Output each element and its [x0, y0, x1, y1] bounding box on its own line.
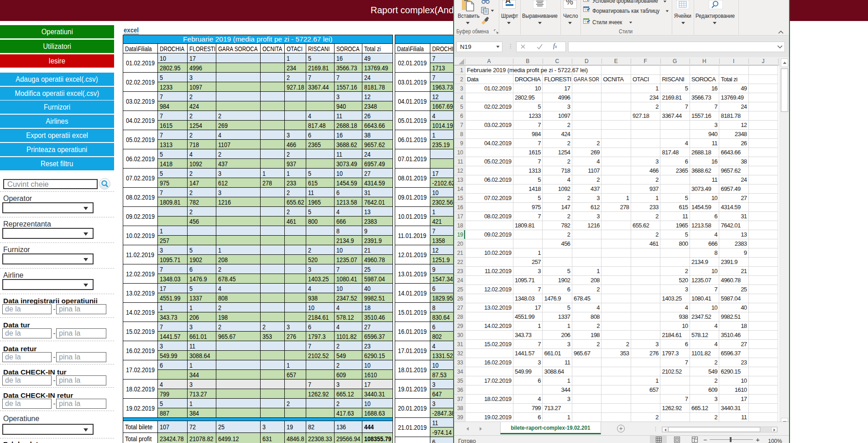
svg-text:1797.3: 1797.3: [662, 350, 679, 357]
svg-text:4: 4: [596, 304, 600, 311]
svg-text:2: 2: [596, 140, 600, 147]
svg-text:11: 11: [565, 359, 570, 366]
svg-text:15: 15: [457, 195, 464, 201]
svg-text:7: 7: [714, 103, 717, 110]
svg-text:7: 7: [538, 121, 541, 128]
svg-text:29: 29: [457, 323, 464, 329]
svg-text:353: 353: [620, 350, 629, 357]
svg-text:21: 21: [457, 250, 464, 256]
svg-text:782: 782: [561, 222, 570, 229]
svg-text:612: 612: [591, 204, 600, 211]
svg-text:1476.9: 1476.9: [544, 295, 561, 302]
svg-text:3073.49: 3073.49: [691, 185, 711, 192]
svg-text:1902: 1902: [558, 277, 570, 284]
svg-text:2: 2: [460, 76, 463, 83]
svg-text:578.12: 578.12: [691, 332, 708, 338]
svg-text:2102.52: 2102.52: [662, 368, 682, 375]
svg-text:1095.71: 1095.71: [515, 277, 534, 284]
svg-text:3: 3: [655, 158, 659, 165]
svg-text:208: 208: [591, 277, 600, 284]
svg-text:1418: 1418: [528, 185, 541, 192]
svg-text:2: 2: [596, 322, 600, 329]
svg-text:08.02.2019: 08.02.2019: [484, 213, 512, 220]
svg-text:27: 27: [741, 195, 747, 201]
svg-text:6: 6: [567, 286, 570, 293]
svg-text:3: 3: [596, 195, 600, 201]
svg-text:06.02.2019: 06.02.2019: [484, 176, 512, 183]
svg-text:3566.73: 3566.73: [691, 94, 711, 101]
svg-text:1: 1: [567, 377, 570, 384]
svg-text:5: 5: [567, 304, 570, 311]
svg-text:2: 2: [714, 377, 717, 384]
svg-text:6: 6: [538, 414, 541, 421]
svg-text:3: 3: [714, 121, 717, 128]
svg-text:17.02.2019: 17.02.2019: [484, 377, 512, 384]
svg-text:1: 1: [460, 67, 463, 74]
svg-text:2: 2: [655, 231, 659, 238]
svg-text:6: 6: [685, 158, 688, 165]
svg-text:10: 10: [711, 268, 718, 274]
svg-text:1107: 1107: [588, 167, 600, 174]
svg-text:2: 2: [655, 414, 659, 421]
svg-text:39: 39: [457, 414, 464, 421]
svg-text:4: 4: [538, 396, 541, 402]
svg-text:12: 12: [741, 121, 747, 128]
svg-text:6957.49: 6957.49: [721, 185, 741, 192]
svg-text:6: 6: [460, 113, 463, 119]
svg-text:1080.41: 1080.41: [691, 295, 711, 302]
svg-text:2: 2: [596, 176, 600, 183]
svg-text:16: 16: [711, 85, 718, 92]
svg-text:11: 11: [712, 140, 718, 147]
svg-text:35: 35: [457, 378, 464, 384]
svg-text:40: 40: [741, 304, 747, 311]
svg-text:2: 2: [567, 231, 570, 238]
svg-text:32: 32: [457, 350, 464, 357]
svg-text:3510.46: 3510.46: [721, 332, 741, 338]
svg-text:1: 1: [567, 414, 570, 421]
svg-text:233: 233: [649, 204, 659, 211]
svg-text:4: 4: [567, 176, 570, 183]
svg-text:1216: 1216: [587, 222, 600, 229]
svg-text:OCNITA: OCNITA: [603, 76, 624, 83]
svg-text:10: 10: [711, 195, 718, 201]
svg-text:14.02.2019: 14.02.2019: [484, 322, 512, 329]
svg-text:1101.82: 1101.82: [691, 350, 711, 357]
svg-text:609: 609: [708, 386, 717, 393]
svg-text:2: 2: [655, 213, 659, 220]
svg-text:7: 7: [460, 122, 463, 128]
svg-text:23: 23: [741, 359, 747, 366]
svg-text:1: 1: [655, 195, 659, 201]
svg-text:1097: 1097: [558, 112, 570, 119]
svg-text:SOROCA: SOROCA: [691, 76, 716, 83]
svg-text:657: 657: [649, 386, 659, 393]
svg-text:16.02.2019: 16.02.2019: [484, 359, 512, 366]
svg-text:28: 28: [457, 314, 464, 320]
svg-text:2: 2: [567, 140, 570, 147]
svg-text:4: 4: [685, 304, 688, 311]
svg-text:276: 276: [649, 350, 659, 357]
svg-text:RISCANI: RISCANI: [662, 76, 685, 83]
svg-text:9: 9: [460, 140, 463, 147]
svg-text:20: 20: [457, 241, 464, 247]
svg-text:Februarie 2019 (media profit p: Februarie 2019 (media profit pe zi - 572…: [467, 67, 588, 74]
svg-text:2: 2: [655, 176, 659, 183]
svg-text:22: 22: [457, 259, 464, 265]
svg-text:13: 13: [741, 231, 747, 238]
svg-text:8: 8: [460, 131, 463, 137]
svg-text:424: 424: [561, 131, 570, 137]
svg-text:8181.78: 8181.78: [721, 112, 741, 119]
svg-text:6643.66: 6643.66: [721, 149, 741, 156]
svg-text:6: 6: [685, 341, 688, 348]
svg-text:10.02.2019: 10.02.2019: [484, 249, 512, 256]
svg-text:2365: 2365: [676, 167, 688, 174]
svg-text:2: 2: [567, 213, 570, 220]
svg-text:7: 7: [538, 341, 541, 348]
svg-text:3: 3: [538, 268, 541, 274]
svg-text:6290.15: 6290.15: [721, 368, 741, 375]
svg-text:10: 10: [741, 377, 747, 384]
svg-text:4551.99: 4551.99: [515, 313, 534, 320]
svg-text:02.02.2019: 02.02.2019: [484, 103, 512, 110]
svg-text:5: 5: [538, 103, 541, 110]
svg-text:1313: 1313: [528, 167, 541, 174]
svg-text:3: 3: [567, 396, 570, 402]
